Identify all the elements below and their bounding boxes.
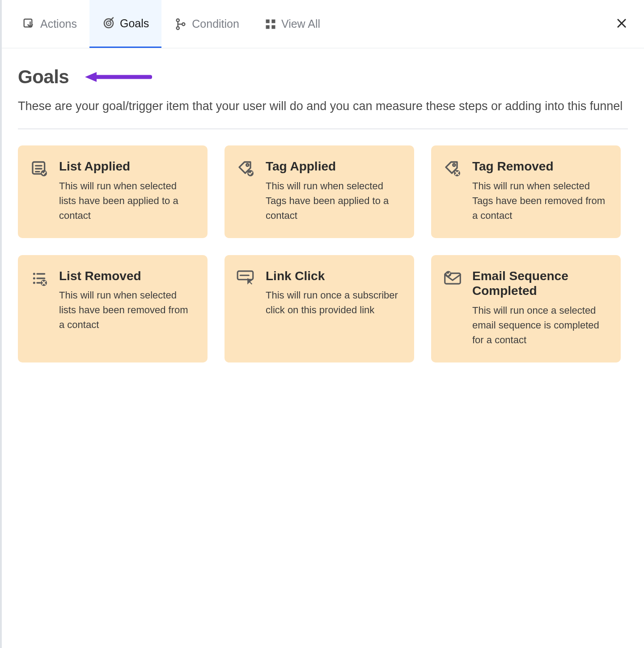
- list-removed-icon: [30, 269, 49, 289]
- goal-card-desc: This will run once a subscriber click on…: [266, 288, 402, 317]
- svg-point-28: [33, 273, 35, 275]
- tab-actions[interactable]: Actions: [10, 0, 89, 48]
- goal-card-title: Tag Applied: [266, 159, 402, 174]
- goal-card-desc: This will run when selected lists have b…: [59, 179, 196, 223]
- svg-point-30: [33, 277, 35, 279]
- goal-card-list-applied[interactable]: List Applied This will run when selected…: [18, 145, 208, 238]
- tab-condition-label: Condition: [192, 17, 239, 30]
- goal-card-list-removed[interactable]: List Removed This will run when selected…: [18, 255, 208, 362]
- svg-rect-11: [266, 25, 269, 29]
- goal-card-title: Link Click: [266, 269, 402, 284]
- close-icon: [615, 17, 628, 31]
- tab-view-all[interactable]: View All: [252, 0, 333, 48]
- tab-actions-label: Actions: [40, 17, 77, 30]
- svg-rect-10: [271, 19, 275, 23]
- tab-view-all-label: View All: [281, 17, 320, 30]
- goals-grid: List Applied This will run when selected…: [18, 145, 621, 362]
- divider: [18, 128, 628, 129]
- close-button[interactable]: [614, 16, 630, 32]
- svg-point-4: [108, 23, 109, 24]
- tab-condition[interactable]: Condition: [161, 0, 252, 48]
- tag-removed-icon: [443, 160, 462, 179]
- goal-card-desc: This will run when selected Tags have be…: [472, 179, 609, 223]
- page-title: Goals: [18, 66, 69, 88]
- goal-card-desc: This will run once a selected email sequ…: [472, 303, 609, 347]
- goal-card-desc: This will run when selected Tags have be…: [266, 179, 402, 223]
- svg-marker-16: [85, 72, 97, 82]
- link-click-icon: [236, 269, 256, 289]
- goal-card-desc: This will run when selected lists have b…: [59, 288, 196, 332]
- tab-goals-label: Goals: [120, 17, 149, 30]
- goal-card-tag-applied[interactable]: Tag Applied This will run when selected …: [225, 145, 414, 238]
- goal-card-title: List Removed: [59, 269, 196, 284]
- actions-icon: [22, 17, 36, 31]
- goal-card-title: Email Sequence Completed: [472, 269, 609, 298]
- email-sequence-icon: [443, 269, 462, 289]
- condition-icon: [174, 17, 187, 31]
- svg-point-32: [33, 281, 35, 284]
- page-subheading: These are your goal/trigger item that yo…: [18, 98, 626, 115]
- goal-card-link-click[interactable]: Link Click This will run once a subscrib…: [225, 255, 414, 362]
- svg-rect-12: [271, 25, 275, 29]
- svg-point-22: [246, 164, 249, 166]
- goal-card-title: List Applied: [59, 159, 196, 174]
- goal-card-email-sequence-completed[interactable]: Email Sequence Completed This will run o…: [431, 255, 621, 362]
- tabs-bar: Actions Goals Condition View All: [2, 0, 644, 48]
- tag-applied-icon: [236, 160, 256, 179]
- grid-icon: [264, 18, 277, 30]
- arrow-annotation: [85, 71, 152, 83]
- svg-rect-9: [266, 19, 269, 23]
- goals-icon: [102, 17, 115, 30]
- tab-goals[interactable]: Goals: [89, 0, 161, 48]
- goal-card-tag-removed[interactable]: Tag Removed This will run when selected …: [431, 145, 621, 238]
- goal-card-title: Tag Removed: [472, 159, 609, 174]
- list-applied-icon: [30, 160, 49, 179]
- svg-point-24: [453, 164, 455, 166]
